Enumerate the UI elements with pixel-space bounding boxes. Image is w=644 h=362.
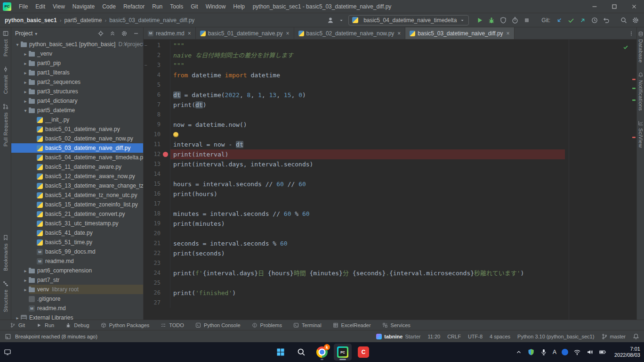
editor-tab[interactable]: readme.md× bbox=[144, 27, 196, 39]
code-line[interactable]: −3""" bbox=[144, 60, 636, 70]
toolwindow-problems[interactable]: Problems bbox=[247, 322, 287, 328]
git-branch-widget[interactable]: master bbox=[601, 333, 626, 340]
code-line-text[interactable]: """ bbox=[170, 60, 636, 70]
line-number[interactable]: 20 bbox=[148, 229, 161, 239]
menu-file[interactable]: File bbox=[15, 1, 32, 12]
maximize-button[interactable] bbox=[604, 0, 624, 13]
menu-help[interactable]: Help bbox=[229, 1, 249, 12]
line-number[interactable]: 19 bbox=[148, 219, 161, 229]
minimize-button[interactable] bbox=[585, 0, 604, 13]
chevron-right-icon[interactable]: ▸ bbox=[22, 61, 29, 66]
wifi-icon[interactable] bbox=[573, 348, 581, 356]
chevron-down-icon[interactable]: ▾ bbox=[35, 31, 37, 36]
tool-stripe-notifications[interactable]: Notifications bbox=[638, 72, 644, 111]
tree-item[interactable]: basic5_99_docs.md bbox=[11, 247, 143, 256]
chevron-right-icon[interactable]: ▸ bbox=[22, 80, 29, 85]
tabs-more-icon[interactable] bbox=[628, 31, 634, 36]
toolwindow-python-console[interactable]: Python Console bbox=[190, 322, 246, 328]
run-config-selector[interactable]: basic5_04_datetime_naive_timedelta bbox=[348, 15, 469, 25]
code-line-text[interactable]: print(interval.days, interval.seconds) bbox=[170, 159, 636, 169]
search-everywhere-button[interactable] bbox=[620, 16, 628, 24]
code-line[interactable]: 26print('finished') bbox=[144, 288, 636, 298]
code-line-text[interactable]: """ bbox=[170, 41, 636, 50]
code-line[interactable]: 13print(interval.days, interval.seconds) bbox=[144, 159, 636, 169]
line-number[interactable]: 7 bbox=[148, 100, 161, 110]
code-line[interactable]: 11interval = now - dt bbox=[144, 140, 636, 149]
volume-icon[interactable] bbox=[586, 348, 594, 356]
line-number[interactable]: 17 bbox=[148, 199, 161, 209]
tree-item[interactable]: readme.md bbox=[11, 256, 143, 266]
code-line-text[interactable]: dt = datetime(2022, 8, 1, 13, 15, 0) bbox=[170, 90, 636, 100]
tree-item[interactable]: basic5_12_datetime_aware_now.py bbox=[11, 172, 143, 181]
line-number[interactable]: 23 bbox=[148, 258, 161, 268]
tool-stripe-pull-requests[interactable]: Pull Requests bbox=[2, 103, 9, 147]
taskbar-pycharm-button[interactable] bbox=[334, 344, 352, 361]
code-line-text[interactable]: interval = now - dt bbox=[170, 140, 636, 149]
editor-tab[interactable]: basic5_03_datetime_naive_diff.py× bbox=[405, 27, 514, 39]
chevron-right-icon[interactable]: ▸ bbox=[22, 70, 29, 75]
code-line[interactable]: 16print(hours) bbox=[144, 189, 636, 199]
close-tab-icon[interactable]: × bbox=[397, 30, 401, 37]
tree-item[interactable]: ▾part5_datetime bbox=[11, 106, 143, 115]
code-line-text[interactable] bbox=[170, 298, 636, 308]
microphone-icon[interactable] bbox=[540, 348, 547, 356]
line-number[interactable]: 8 bbox=[148, 110, 161, 120]
taskbar-red-app-button[interactable]: C bbox=[354, 344, 372, 361]
toolwindow-python-packages[interactable]: Python Packages bbox=[96, 322, 155, 328]
toolwindow-run[interactable]: Run bbox=[31, 322, 59, 328]
menu-edit[interactable]: Edit bbox=[32, 1, 49, 12]
chevron-right-icon[interactable]: ▸ bbox=[14, 315, 21, 320]
code-line[interactable]: 22print(seconds) bbox=[144, 248, 636, 258]
line-number[interactable]: 14 bbox=[148, 169, 161, 179]
tree-item[interactable]: basic5_01_datetime_naive.py bbox=[11, 124, 143, 134]
tool-stripe-bookmarks[interactable]: Bookmarks bbox=[2, 234, 9, 271]
tree-item[interactable]: basic5_13_datetime_aware_change_tz.py bbox=[11, 181, 143, 190]
line-number[interactable]: 1 bbox=[148, 41, 161, 50]
line-number[interactable]: 21 bbox=[148, 239, 161, 248]
tree-item[interactable]: readme.md bbox=[11, 304, 143, 313]
project-panel-title[interactable]: Project bbox=[15, 30, 32, 37]
tabnine-widget[interactable]: tabnine Starter bbox=[376, 334, 420, 339]
tree-item[interactable]: basic5_15_datetime_zoneinfo_list.py bbox=[11, 200, 143, 209]
tree-item[interactable]: basic5_11_datetime_aware.py bbox=[11, 162, 143, 172]
chevron-down-icon[interactable]: ▾ bbox=[22, 108, 29, 113]
code-line[interactable]: 14 bbox=[144, 169, 636, 179]
code-line[interactable]: 9now = datetime.now() bbox=[144, 120, 636, 130]
tree-item[interactable]: basic5_03_datetime_naive_diff.py bbox=[11, 143, 143, 153]
menu-view[interactable]: View bbox=[49, 1, 69, 12]
code-line-text[interactable]: minutes = interval.seconds // 60 % 60 bbox=[170, 209, 636, 219]
tree-item[interactable]: ▸part4_dictionary bbox=[11, 96, 143, 106]
settings-button[interactable] bbox=[632, 16, 639, 24]
code-line-text[interactable]: print(seconds) bbox=[170, 248, 636, 258]
inspections-ok-icon[interactable] bbox=[622, 44, 629, 50]
line-number[interactable]: 15 bbox=[148, 179, 161, 189]
update-project-button[interactable] bbox=[555, 16, 563, 24]
code-line-text[interactable] bbox=[170, 110, 636, 120]
code-line-text[interactable] bbox=[170, 80, 636, 90]
chevron-right-icon[interactable]: ▸ bbox=[22, 287, 29, 292]
panel-settings-button[interactable] bbox=[121, 30, 128, 37]
toolwindow-terminal[interactable]: Terminal bbox=[288, 322, 327, 328]
security-shield-icon[interactable] bbox=[527, 348, 535, 356]
run-with-coverage-button[interactable] bbox=[499, 16, 507, 24]
tree-item[interactable]: ▸part0_pip bbox=[11, 58, 143, 68]
menu-git[interactable]: Git bbox=[187, 1, 201, 12]
tool-stripe-structure[interactable]: Structure bbox=[2, 280, 9, 312]
hide-panel-button[interactable] bbox=[133, 30, 139, 37]
close-button[interactable] bbox=[624, 0, 644, 13]
line-number[interactable]: 3 bbox=[148, 60, 161, 70]
line-number[interactable]: 22 bbox=[148, 248, 161, 258]
code-line[interactable]: 5 bbox=[144, 80, 636, 90]
code-line[interactable]: 15hours = interval.seconds // 60 // 60 bbox=[144, 179, 636, 189]
chevron-right-icon[interactable]: ▸ bbox=[22, 99, 29, 104]
code-line-text[interactable]: from datetime import datetime bbox=[170, 70, 636, 80]
code-line[interactable]: 2naive な日付時刻同士の差分を計算します bbox=[144, 50, 636, 60]
debug-button[interactable] bbox=[488, 16, 495, 24]
status-11-20[interactable]: 11:20 bbox=[427, 334, 440, 339]
status-utf-8[interactable]: UTF-8 bbox=[468, 334, 483, 339]
code-line-text[interactable]: now = datetime.now() bbox=[170, 120, 636, 130]
tree-item[interactable]: basic5_31_utc_timestamp.py bbox=[11, 219, 143, 228]
code-line[interactable]: 12print(interval) bbox=[144, 149, 636, 159]
code-line-text[interactable]: naive な日付時刻同士の差分を計算します bbox=[170, 50, 636, 60]
ime-mode-icon[interactable] bbox=[562, 349, 568, 355]
